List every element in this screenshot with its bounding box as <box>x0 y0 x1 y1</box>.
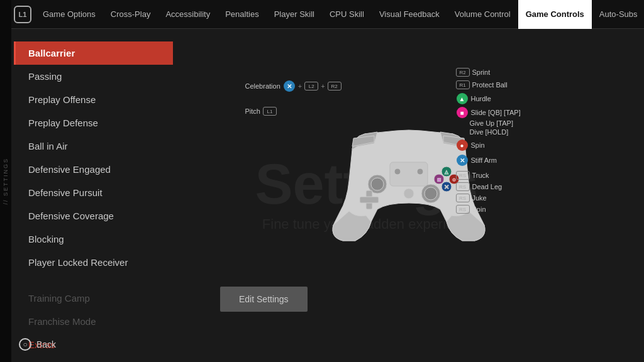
stiff-arm-text: Stiff Arm <box>471 156 497 164</box>
sidebar-item-defensive-coverage[interactable]: Defensive Coverage <box>14 204 173 228</box>
dead-leg-text: Dead Leg <box>472 183 502 190</box>
dead-leg-rs: RS <box>456 182 470 191</box>
svg-point-1 <box>404 189 414 199</box>
celebration-x-badge: ✕ <box>284 80 295 92</box>
sidebar-item-preplay-offense[interactable]: Preplay Offense <box>14 88 173 111</box>
sprint-label: R2 Sprint <box>456 68 572 77</box>
hurdle-label: ▲ Hurdle <box>456 93 572 104</box>
spin-rs-text: Spin <box>472 206 486 213</box>
sidebar-item-defensive-pursuit[interactable]: Defensive Pursuit <box>14 181 173 204</box>
spin-rs-label: RS Spin <box>456 205 572 214</box>
dive-label: Dive [HOLD] <box>456 128 572 136</box>
svg-rect-7 <box>360 197 379 203</box>
svg-text:✕: ✕ <box>444 184 449 190</box>
sidebar-item-ball-in-air[interactable]: Ball in Air <box>14 134 173 158</box>
svg-point-16 <box>394 168 401 175</box>
truck-rs: RS <box>456 171 470 180</box>
left-labels: Celebration ✕ + L2 + R2 Pitch L1 <box>245 80 341 116</box>
back-label: Back <box>36 339 56 349</box>
r2-badge: R2 <box>328 82 341 90</box>
celebration-label: Celebration ✕ + L2 + R2 <box>245 80 341 92</box>
dead-leg-label: RS Dead Leg <box>456 182 572 191</box>
svg-point-17 <box>417 168 423 175</box>
sidebar-item-blocking[interactable]: Blocking <box>14 228 173 251</box>
slide-badge: ■ <box>457 107 468 118</box>
sidebar-item-franchise-mode[interactable]: Franchise Mode <box>14 310 173 333</box>
l2-badge: L2 <box>304 82 318 90</box>
edit-settings-button[interactable]: Edit Settings <box>220 287 308 312</box>
nav-item-cross-play[interactable]: Cross-Play <box>103 0 158 29</box>
sprint-r2: R2 <box>456 68 470 77</box>
pitch-label: Pitch L1 <box>245 107 341 116</box>
nav-items-container: Game Options Cross-Play Accessibility Pe… <box>35 0 644 29</box>
give-up-text: Give Up [TAP] <box>470 119 513 127</box>
sidebar-item-training-camp[interactable]: Training Camp <box>14 287 173 310</box>
sidebar-item-passing[interactable]: Passing <box>14 65 173 88</box>
protect-r1: R1 <box>456 80 470 89</box>
svg-point-5 <box>425 187 437 200</box>
nav-item-game-options[interactable]: Game Options <box>35 0 103 29</box>
sidebar-item-defensive-engaged[interactable]: Defensive Engaged <box>14 158 173 181</box>
spin-rs: RS <box>456 205 470 214</box>
protect-ball-label: R1 Protect Ball <box>456 80 572 89</box>
sidebar-item-ballcarrier[interactable]: Ballcarrier <box>14 41 173 65</box>
give-up-label: Give Up [TAP] <box>456 119 572 127</box>
svg-text:▲: ▲ <box>443 168 450 175</box>
spin-badge: ● <box>457 140 468 151</box>
slide-text: Slide [QB] [TAP] <box>471 109 521 116</box>
controller-container: ▲ ■ ● ✕ Celebration ✕ + <box>245 62 572 300</box>
nav-item-player-skill[interactable]: Player Skill <box>267 0 322 29</box>
nav-item-game-controls[interactable]: Game Controls <box>518 0 592 29</box>
slide-label: ■ Slide [QB] [TAP] <box>456 107 572 118</box>
nav-item-volume-control[interactable]: Volume Control <box>447 0 518 29</box>
hurdle-text: Hurdle <box>471 95 491 102</box>
vert-label-text: // SETTINGS <box>3 158 9 205</box>
svg-text:■: ■ <box>436 176 440 183</box>
sidebar-item-player-locked-receiver[interactable]: Player Locked Receiver <box>14 251 173 274</box>
spin-text: Spin <box>471 141 485 149</box>
l1-small-badge: L1 <box>263 107 277 116</box>
hurdle-badge: ▲ <box>457 93 468 104</box>
sidebar: Ballcarrier Passing Preplay Offense Prep… <box>0 29 173 362</box>
sidebar-item-settings-menu[interactable]: Settings <box>14 356 173 362</box>
truck-label: RS Truck <box>456 171 572 180</box>
protect-text: Protect Ball <box>472 81 508 89</box>
juke-label: RS Juke <box>456 194 572 202</box>
truck-text: Truck <box>472 172 489 179</box>
stiff-arm-label: ✕ Stiff Arm <box>456 155 572 166</box>
dive-text: Dive [HOLD] <box>470 128 509 136</box>
nav-item-auto-subs[interactable]: Auto-Subs <box>592 0 644 29</box>
stiff-arm-badge: ✕ <box>457 155 468 166</box>
nav-item-accessibility[interactable]: Accessibility <box>158 0 218 29</box>
pitch-key: Pitch <box>245 107 260 115</box>
celebration-key: Celebration <box>245 82 280 90</box>
spin-circle-label: ● Spin <box>456 140 572 151</box>
nav-item-cpu-skill[interactable]: CPU Skill <box>322 0 372 29</box>
nav-item-penalties[interactable]: Penalties <box>218 0 266 29</box>
back-button[interactable]: ○ Back <box>19 338 56 351</box>
juke-text: Juke <box>472 194 487 202</box>
right-labels: R2 Sprint R1 Protect Ball ▲ Hurdle ■ Sli… <box>456 68 572 214</box>
l1-button[interactable]: L1 <box>14 6 31 23</box>
back-circle-icon: ○ <box>19 338 31 351</box>
top-navigation: L1 Game Options Cross-Play Accessibility… <box>0 0 644 29</box>
nav-item-visual-feedback[interactable]: Visual Feedback <box>372 0 447 29</box>
svg-point-3 <box>371 178 384 190</box>
sprint-text: Sprint <box>472 69 491 76</box>
juke-rs: RS <box>456 194 470 202</box>
sidebar-item-preplay-defense[interactable]: Preplay Defense <box>14 111 173 134</box>
vertical-settings-label: // SETTINGS <box>0 0 11 362</box>
